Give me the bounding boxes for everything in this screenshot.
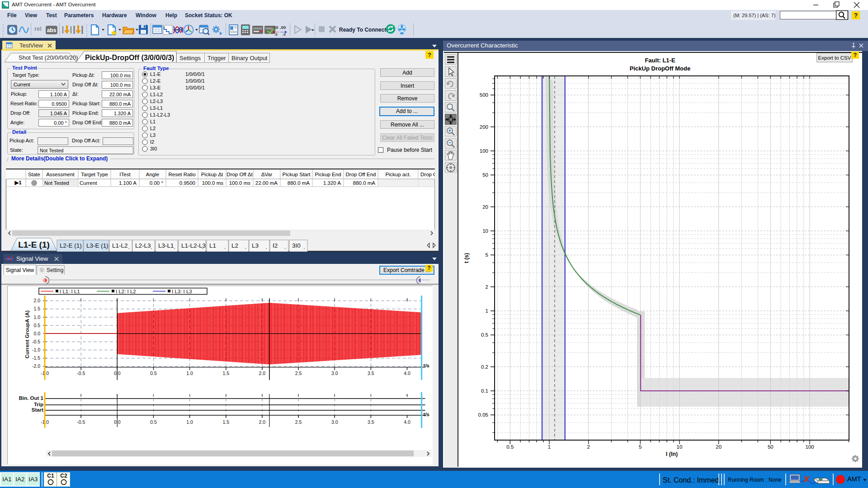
svg-text:Bin. Out 1: Bin. Out 1 (19, 395, 44, 401)
svg-text:I2: I2 (273, 242, 278, 249)
svg-text:L1-L2-L3: L1-L2-L3 (181, 242, 206, 249)
svg-text:0.5: 0.5 (481, 332, 488, 338)
svg-text:1.5: 1.5 (222, 371, 229, 376)
svg-text:.0: .0 (274, 33, 278, 36)
svg-text:2.0: 2.0 (259, 419, 266, 425)
svg-text:0.00 °: 0.00 ° (150, 180, 163, 186)
svg-text:20: 20 (716, 444, 722, 450)
svg-text:▶1: ▶1 (14, 180, 22, 185)
svg-text:I L3: I L3: I L3: I L3 (172, 289, 192, 294)
svg-text:100.0 ms: 100.0 ms (202, 180, 224, 186)
svg-text:1.0: 1.0 (186, 419, 193, 425)
svg-text:.00: .00 (280, 25, 286, 30)
svg-text:50: 50 (482, 172, 488, 178)
svg-text:Drop O: Drop O (420, 172, 435, 177)
svg-text:200: 200 (480, 124, 488, 130)
svg-text:State: State (28, 172, 40, 177)
svg-text:20: 20 (482, 204, 488, 210)
svg-text:Trigger: Trigger (208, 55, 226, 61)
svg-text:1.320 A: 1.320 A (323, 180, 341, 186)
svg-text:t/s: t/s (424, 412, 429, 417)
svg-text:L1-L2: L1-L2 (112, 242, 128, 249)
svg-text:Pickup End: Pickup End (315, 172, 341, 177)
svg-text:0.2: 0.2 (481, 364, 488, 370)
svg-text:2.0: 2.0 (259, 371, 266, 376)
svg-text:5: 5 (639, 444, 642, 450)
svg-text:I (In): I (In) (666, 451, 678, 457)
svg-text:3.0: 3.0 (331, 419, 338, 425)
svg-text:1.100 A: 1.100 A (119, 180, 137, 186)
svg-text:10: 10 (677, 444, 683, 450)
svg-text:4.0: 4.0 (404, 371, 410, 376)
svg-text:100: 100 (805, 444, 814, 450)
svg-text:0.9500: 0.9500 (179, 180, 195, 186)
svg-text:100: 100 (480, 148, 488, 154)
svg-text:2.5: 2.5 (295, 419, 302, 425)
svg-text:Not Tested: Not Tested (44, 180, 69, 186)
svg-text:100.0 ms: 100.0 ms (229, 180, 251, 186)
svg-text:L3-L1: L3-L1 (158, 242, 174, 249)
svg-text:3I0: 3I0 (292, 242, 301, 249)
svg-text:L1-E (1): L1-E (1) (18, 240, 50, 249)
svg-text:5: 5 (486, 252, 488, 258)
svg-text:1.5: 1.5 (222, 419, 229, 425)
svg-text:0.5: 0.5 (33, 323, 40, 328)
svg-text:2: 2 (486, 284, 488, 290)
svg-text:ΔVar: ΔVar (261, 172, 273, 177)
svg-text:Angle: Angle (146, 172, 159, 177)
svg-text:1.0: 1.0 (33, 314, 40, 320)
svg-text:0.5: 0.5 (150, 371, 157, 376)
svg-text:.0: .0 (283, 33, 286, 36)
svg-text:4.0: 4.0 (404, 419, 410, 425)
svg-text:L2-L3: L2-L3 (135, 242, 151, 249)
svg-text:.00: .00 (272, 25, 278, 30)
svg-text:0.05: 0.05 (478, 412, 488, 418)
svg-text:Shot Test (20/0/0/0/20): Shot Test (20/0/0/0/20) (19, 54, 78, 61)
svg-text:L3-E (1): L3-E (1) (86, 242, 108, 249)
svg-text:Current GroupA (A): Current GroupA (A) (24, 310, 30, 358)
svg-text:t (s): t (s) (463, 253, 470, 263)
svg-text:0.1: 0.1 (481, 388, 488, 394)
svg-text:-0.5: -0.5 (77, 419, 85, 425)
svg-text:22.00 mA: 22.00 mA (255, 180, 278, 186)
svg-text:L2: L2 (231, 242, 238, 249)
svg-text:3.0: 3.0 (331, 371, 338, 376)
svg-text:Drop Off Δt: Drop Off Δt (226, 172, 253, 177)
svg-text:L3: L3 (252, 242, 259, 249)
svg-text:880.0 mA: 880.0 mA (353, 180, 376, 186)
svg-text:Start: Start (32, 407, 43, 413)
svg-text:L1: L1 (209, 242, 216, 249)
svg-text:PickUp-DropOff (3/0/0/0/3): PickUp-DropOff (3/0/0/0/3) (85, 54, 174, 61)
svg-text:2: 2 (587, 444, 590, 450)
svg-text:0.5: 0.5 (506, 444, 514, 450)
svg-text:Settings: Settings (179, 55, 201, 61)
svg-text:Drop Off End: Drop Off End (346, 172, 376, 177)
svg-text:10: 10 (482, 228, 488, 234)
svg-text:I L2: I L2: I L2: I L2 (116, 289, 136, 294)
svg-text:Pickup Δt: Pickup Δt (201, 172, 223, 177)
svg-text:abs: abs (47, 27, 57, 33)
svg-text:ITest: ITest (119, 172, 131, 177)
svg-text:I L1: I L1: I L1: I L1 (60, 289, 80, 294)
svg-text:1.0: 1.0 (186, 371, 193, 376)
svg-text:Current: Current (80, 180, 97, 186)
svg-text:Binary Output: Binary Output (231, 55, 268, 61)
svg-text:Trip: Trip (34, 402, 43, 407)
svg-text:2.5: 2.5 (295, 371, 302, 376)
svg-text:500: 500 (480, 92, 488, 98)
svg-text:Pickup Start: Pickup Start (283, 172, 311, 177)
svg-text:2.0: 2.0 (33, 298, 40, 303)
svg-text:1: 1 (486, 308, 488, 314)
svg-text:3.5: 3.5 (368, 371, 374, 376)
svg-text:50: 50 (768, 444, 774, 450)
svg-text:Pickup act.: Pickup act. (385, 172, 410, 177)
svg-text:0.5: 0.5 (150, 419, 157, 425)
svg-text:3.5: 3.5 (368, 419, 374, 425)
svg-text:Assessment: Assessment (46, 172, 75, 177)
svg-text:1.5: 1.5 (33, 306, 40, 311)
svg-text:Reset Ratio: Reset Ratio (168, 172, 195, 177)
svg-text:-0.5: -0.5 (77, 371, 85, 376)
svg-text:L2-E (1): L2-E (1) (60, 242, 82, 249)
svg-text:Target Type: Target Type (81, 172, 108, 177)
svg-text:880.0 mA: 880.0 mA (288, 180, 310, 186)
